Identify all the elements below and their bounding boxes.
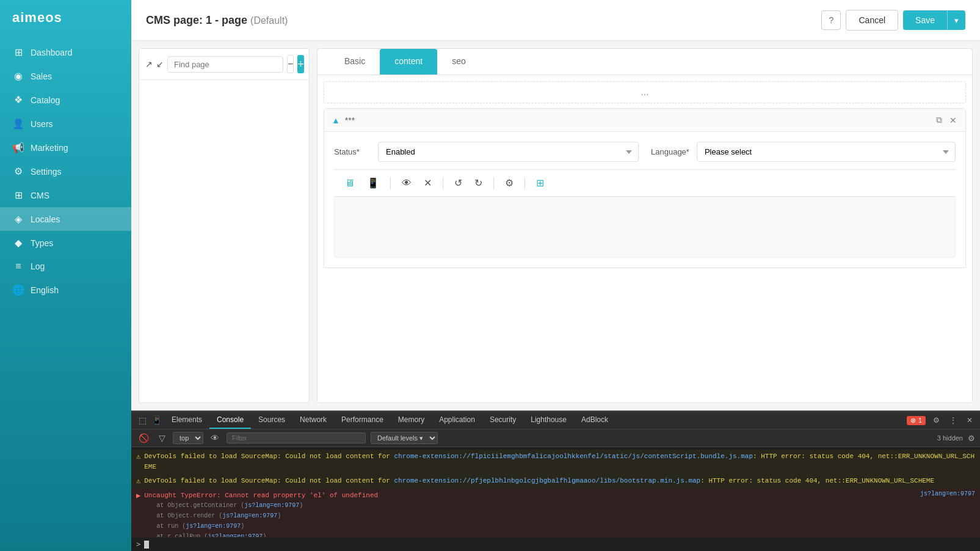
- block-header: ▲ *** ⧉ ✕: [324, 109, 965, 132]
- help-button[interactable]: ?: [821, 10, 841, 30]
- error-triangle-icon: ▶: [136, 491, 140, 500]
- tab-content[interactable]: content: [380, 49, 437, 75]
- desktop-view-button[interactable]: 🖥: [341, 175, 358, 191]
- devtools-tab-performance[interactable]: Performance: [334, 412, 391, 429]
- sidebar-item-catalog[interactable]: ❖ Catalog: [0, 88, 131, 112]
- page-title: CMS page: 1 - page (Default): [146, 14, 288, 27]
- sidebar-item-label: Log: [31, 261, 45, 271]
- block-item: ▲ *** ⧉ ✕: [324, 108, 966, 268]
- copy-block-button[interactable]: ⧉: [935, 114, 943, 126]
- sidebar-item-locales[interactable]: ◈ Locales: [0, 207, 131, 231]
- sidebar-item-types[interactable]: ◆ Types: [0, 231, 131, 255]
- cancel-button[interactable]: Cancel: [846, 10, 898, 31]
- clear-console-button[interactable]: 🚫: [136, 432, 151, 443]
- sales-icon: ◉: [12, 70, 24, 82]
- eye-button[interactable]: 👁: [208, 432, 222, 443]
- editor-toolbar: 🖥 📱 👁 ✕: [334, 169, 956, 197]
- save-button[interactable]: Save: [903, 10, 947, 30]
- page-header: CMS page: 1 - page (Default) ? Cancel Sa…: [131, 0, 980, 41]
- mobile-view-button[interactable]: 📱: [363, 175, 383, 191]
- sidebar-item-dashboard[interactable]: ⊞ Dashboard: [0, 40, 131, 64]
- console-error-message: ▶ Uncaught TypeError: Cannot read proper…: [131, 489, 980, 538]
- devtools-tab-network[interactable]: Network: [292, 412, 334, 429]
- save-dropdown-button[interactable]: ▾: [947, 10, 965, 30]
- sidebar-item-log[interactable]: ≡ Log: [0, 255, 131, 278]
- devtools-tab-sources[interactable]: Sources: [251, 412, 292, 429]
- source-map-link-1[interactable]: chrome-extension://flpiciilemghbmfalicaj…: [394, 453, 753, 460]
- devtools-tab-memory[interactable]: Memory: [391, 412, 432, 429]
- types-icon: ◆: [12, 237, 24, 249]
- hidden-count-badge: 3 hidden: [937, 434, 963, 442]
- page-subtitle: (Default): [250, 15, 288, 26]
- sidebar-item-settings[interactable]: ⚙ Settings: [0, 159, 131, 183]
- devtools-tab-lighthouse[interactable]: Lighthouse: [523, 412, 574, 429]
- stack-trace: at Object.getContainer (js?lang=en:9797)…: [144, 500, 916, 537]
- cms-icon: ⊞: [12, 189, 24, 201]
- console-toolbar: 🚫 ▽ top 👁 Default levels ▾ 3 hidden ⚙: [131, 429, 980, 447]
- toolbar-separator-2: [443, 177, 443, 189]
- find-input[interactable]: [167, 56, 283, 73]
- status-select[interactable]: Enabled Disabled: [378, 142, 639, 162]
- warning-icon: ⚠: [136, 476, 140, 486]
- minus-button[interactable]: −: [287, 55, 294, 73]
- stack-line: at r.callRun (js?lang=en:9797): [156, 531, 916, 537]
- editor-settings-button[interactable]: ⚙: [501, 175, 517, 191]
- sidebar-item-users[interactable]: 👤 Users: [0, 112, 131, 136]
- catalog-icon: ❖: [12, 94, 24, 106]
- grid-view-button[interactable]: ⊞: [532, 175, 548, 191]
- sidebar-nav: ⊞ Dashboard ◉ Sales ❖ Catalog 👤 Users 📢: [0, 35, 131, 551]
- editor-canvas[interactable]: [334, 197, 956, 258]
- sidebar-item-label: Catalog: [31, 95, 60, 105]
- sidebar-item-sales[interactable]: ◉ Sales: [0, 64, 131, 88]
- devtools-mobile-button[interactable]: 📱: [149, 415, 164, 426]
- console-filter-toggle[interactable]: ▽: [156, 432, 168, 443]
- devtools-close-button[interactable]: ✕: [964, 415, 975, 426]
- context-selector[interactable]: top: [173, 432, 203, 444]
- collapse-button[interactable]: ▲: [332, 115, 340, 125]
- devtools-tab-console[interactable]: Console: [209, 412, 251, 429]
- toolbar-separator-3: [493, 177, 494, 189]
- stack-line: at Object.getContainer (js?lang=en:9797): [156, 500, 916, 511]
- console-prompt[interactable]: >: [131, 537, 980, 551]
- source-map-link-2[interactable]: chrome-extension://pfjeplbhlnbgolcgjbgba…: [394, 477, 701, 484]
- devtools-tab-security[interactable]: Security: [482, 412, 523, 429]
- tab-basic[interactable]: Basic: [330, 49, 380, 75]
- console-settings-icon[interactable]: ⚙: [968, 434, 975, 443]
- devtools-settings-button[interactable]: ⚙: [931, 415, 942, 426]
- sidebar-item-english[interactable]: 🌐 English: [0, 278, 131, 302]
- stack-link[interactable]: js?lang=en:9797: [244, 502, 299, 509]
- devtools-more-button[interactable]: ⋮: [947, 415, 959, 426]
- collapse-icon[interactable]: ↙: [156, 55, 164, 73]
- tab-seo[interactable]: seo: [437, 49, 481, 75]
- redo-button[interactable]: ↻: [471, 175, 486, 191]
- stack-line: at run (js?lang=en:9797): [156, 521, 916, 531]
- preview-button[interactable]: 👁: [398, 175, 415, 191]
- log-levels-selector[interactable]: Default levels ▾: [371, 432, 438, 444]
- stack-link[interactable]: js?lang=en:9797: [222, 513, 277, 519]
- toolbar-separator-4: [524, 177, 525, 189]
- expand-icon[interactable]: ↗: [145, 55, 153, 73]
- language-select[interactable]: Please select: [697, 142, 956, 162]
- block-title: ***: [345, 115, 355, 125]
- right-panel: Basic content seo ... ▲: [317, 48, 973, 403]
- marketing-icon: 📢: [12, 142, 24, 153]
- content-area: CMS page: 1 - page (Default) ? Cancel Sa…: [131, 0, 980, 551]
- message-text: DevTools failed to load SourceMap: Could…: [144, 476, 975, 486]
- devtools-tab-adblock[interactable]: AdBlock: [574, 412, 615, 429]
- sidebar-item-cms[interactable]: ⊞ CMS: [0, 183, 131, 207]
- devtools-tab-application[interactable]: Application: [432, 412, 482, 429]
- delete-block-button[interactable]: ✕: [948, 114, 958, 126]
- console-filter-input[interactable]: [227, 432, 366, 443]
- console-messages: ⚠ DevTools failed to load SourceMap: Cou…: [131, 447, 980, 537]
- undo-button[interactable]: ↺: [451, 175, 466, 191]
- plus-button[interactable]: +: [297, 55, 304, 73]
- sidebar-item-marketing[interactable]: 📢 Marketing: [0, 136, 131, 159]
- devtools-tab-elements[interactable]: Elements: [164, 412, 209, 429]
- locales-icon: ◈: [12, 213, 24, 225]
- error-icon: ⊗: [910, 417, 916, 425]
- stack-link[interactable]: js?lang=en:9797: [186, 523, 241, 530]
- log-icon: ≡: [12, 261, 24, 272]
- devtools-inspect-button[interactable]: ⬚: [136, 415, 149, 426]
- fullscreen-button[interactable]: ✕: [420, 175, 435, 191]
- section-dots[interactable]: ...: [324, 81, 966, 103]
